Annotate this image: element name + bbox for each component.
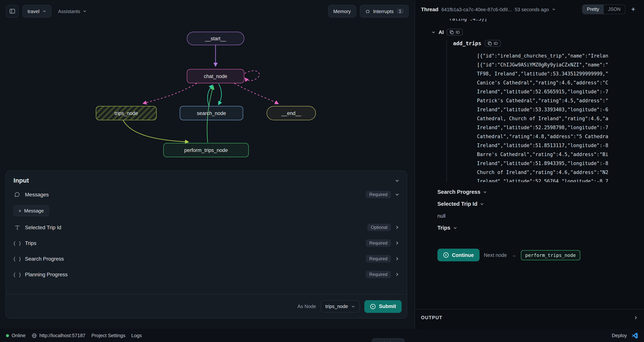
deploy-label: Deploy (612, 333, 627, 338)
server-url-text: http://localhost:57187 (39, 333, 86, 338)
thread-panel: Thread 641fb1a3-ca7c-40ee-87c6-0d9... 53… (415, 0, 644, 342)
new-thread-button[interactable]: + (628, 5, 638, 14)
braces-icon: { } (14, 272, 21, 277)
copy-id-chip[interactable]: ID (485, 40, 501, 47)
memory-button[interactable]: Memory (328, 5, 356, 18)
ai-message-header[interactable]: AI ID (432, 29, 644, 36)
field-row-messages[interactable]: Messages Required (6, 187, 407, 202)
interrupt-continue-row: Continue Next node → perform_trips_node (438, 249, 644, 261)
assistants-selector[interactable]: Assistants (55, 5, 90, 18)
thread-title: Thread (421, 6, 438, 12)
vscode-icon[interactable] (631, 332, 638, 339)
chevron-down-icon[interactable] (395, 192, 400, 197)
ai-message-label: AI (438, 29, 444, 35)
chevron-down-icon[interactable] (483, 190, 487, 194)
online-status: Online (6, 333, 26, 338)
section-label: Selected Trip Id (438, 201, 477, 207)
field-row-planning-progress[interactable]: { } Planning Progress Required (6, 267, 407, 282)
submit-button[interactable]: Submit (364, 300, 402, 313)
deploy-link[interactable]: Deploy (612, 333, 627, 338)
node-label: __end__ (281, 110, 301, 116)
input-panel-header[interactable]: Input (6, 171, 407, 187)
chevron-right-icon[interactable] (395, 256, 400, 261)
chat-bubble-icon (14, 192, 21, 198)
globe-icon (32, 333, 37, 338)
section-search-progress[interactable]: Search Progress (438, 186, 644, 198)
chevron-down-icon (352, 304, 355, 308)
calculator-chip[interactable]: Calculator (372, 338, 404, 342)
interrupts-button[interactable]: Interrupts 1 (360, 5, 409, 18)
chevron-down-icon (42, 9, 46, 13)
field-label: Planning Progress (25, 271, 68, 277)
chevron-down-icon[interactable] (552, 8, 556, 11)
input-panel-title: Input (14, 177, 29, 185)
field-label: Messages (25, 192, 49, 198)
output-section-header[interactable]: OUTPUT (415, 309, 644, 325)
thread-id[interactable]: 641fb1a3-ca7c-40ee-87c6-0d9... (441, 7, 512, 12)
bug-icon (365, 9, 370, 14)
toolbar-right-group: Memory Interrupts 1 (328, 5, 409, 18)
section-trips[interactable]: Trips (438, 222, 644, 234)
graph-node-end[interactable]: __end__ (266, 106, 316, 120)
graph-node-chat[interactable]: chat_node (187, 69, 244, 83)
thread-time[interactable]: 53 seconds ago (515, 7, 549, 12)
section-selected-trip-id[interactable]: Selected Trip Id (438, 198, 644, 210)
field-row-trips[interactable]: { } Trips Required (6, 235, 407, 251)
chevron-down-icon[interactable] (480, 202, 484, 206)
chevron-down-icon[interactable] (453, 226, 457, 230)
field-label: Selected Trip Id (25, 224, 61, 230)
online-dot-icon (6, 334, 9, 337)
tool-name: add_trips (453, 40, 482, 46)
sidebar-icon (9, 8, 15, 14)
chevron-right-icon[interactable] (634, 315, 638, 320)
project-selector[interactable]: travel (22, 5, 52, 18)
add-message-button[interactable]: + Message (14, 205, 49, 216)
copy-icon (488, 41, 492, 45)
as-node-dropdown[interactable]: trips_node (320, 300, 360, 312)
chevron-right-icon[interactable] (395, 225, 400, 230)
chevron-down-icon (83, 9, 86, 13)
chevron-down-icon[interactable] (395, 179, 400, 183)
thread-header: Thread 641fb1a3-ca7c-40ee-87c6-0d9... 53… (415, 0, 644, 19)
graph-node-start[interactable]: __start__ (187, 32, 244, 45)
graph-node-search[interactable]: search_node (180, 106, 243, 120)
id-chip-label: ID (494, 41, 498, 46)
chevron-right-icon[interactable] (395, 241, 400, 245)
chevron-right-icon[interactable] (395, 272, 400, 277)
assistants-label: Assistants (58, 9, 80, 14)
thread-state-view: "rating":4.5}] AI ID add_trips (415, 19, 644, 309)
memory-label: Memory (333, 9, 351, 14)
field-label: Trips (25, 240, 36, 246)
graph-node-trips[interactable]: trips_node (96, 106, 156, 120)
required-badge: Required (366, 239, 391, 247)
continue-button[interactable]: Continue (438, 249, 479, 261)
output-label: OUTPUT (421, 315, 442, 320)
copy-id-chip[interactable]: ID (447, 29, 463, 36)
project-settings-label: Project Settings (91, 333, 125, 338)
project-name: travel (28, 9, 40, 14)
node-label: trips_node (114, 110, 138, 116)
input-panel-footer: As Node trips_node Submit (6, 294, 407, 318)
chevron-down-icon[interactable] (432, 30, 436, 34)
graph-node-perform-trips[interactable]: perform_trips_node (163, 143, 249, 157)
add-message-label: Message (24, 208, 44, 213)
braces-icon: { } (14, 240, 21, 246)
json-toggle[interactable]: JSON (604, 5, 625, 14)
section-label: Search Progress (438, 189, 480, 195)
copy-icon (450, 30, 454, 34)
field-label: Search Progress (25, 256, 64, 262)
id-chip-label: ID (456, 30, 460, 34)
project-settings-link[interactable]: Project Settings (91, 333, 125, 338)
braces-icon: { } (14, 256, 21, 262)
sidebar-toggle-button[interactable] (6, 5, 19, 18)
field-row-search-progress[interactable]: { } Search Progress Required (6, 251, 407, 267)
server-url[interactable]: http://localhost:57187 (32, 333, 86, 338)
plus-icon: + (18, 208, 22, 213)
field-row-selected-trip-id[interactable]: Selected Trip Id Optional (6, 220, 407, 235)
app-window: travel Assistants Memory Interrupts 1 (0, 0, 644, 342)
logs-link[interactable]: Logs (131, 333, 142, 338)
pretty-toggle[interactable]: Pretty (582, 5, 604, 14)
online-label: Online (12, 333, 26, 338)
tool-output-json[interactable]: [{"id":"ireland_churches_trip","name":"I… (477, 52, 644, 182)
next-node-badge[interactable]: perform_trips_node (521, 250, 580, 260)
